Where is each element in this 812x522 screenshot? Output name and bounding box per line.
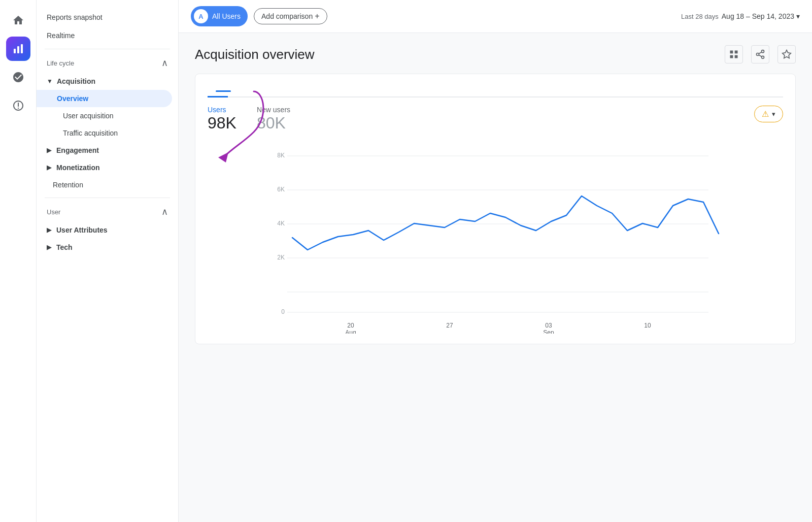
svg-text:03: 03 bbox=[545, 322, 552, 329]
user-attributes-label: User Attributes bbox=[56, 226, 108, 234]
svg-point-7 bbox=[762, 50, 764, 53]
chart-tab-bar bbox=[208, 84, 783, 97]
title-actions bbox=[725, 45, 796, 63]
sidebar-item-realtime[interactable]: Realtime bbox=[37, 26, 178, 45]
user-section-label: User bbox=[47, 208, 60, 216]
svg-rect-2 bbox=[21, 44, 23, 53]
annotate-icon[interactable] bbox=[777, 45, 796, 63]
sidebar-divider-1 bbox=[45, 49, 170, 49]
sidebar-item-tech[interactable]: ▶ Tech bbox=[37, 239, 172, 256]
svg-line-10 bbox=[759, 55, 762, 56]
engagement-label: Engagement bbox=[56, 146, 99, 154]
sidebar-item-user-acquisition[interactable]: User acquisition bbox=[37, 107, 172, 124]
sidebar-divider-2 bbox=[45, 198, 170, 198]
topbar-right: Last 28 days Aug 18 – Sep 14, 2023 ▾ bbox=[681, 12, 800, 20]
date-range[interactable]: Aug 18 – Sep 14, 2023 ▾ bbox=[722, 12, 800, 20]
share-icon[interactable] bbox=[751, 45, 769, 63]
last-period-label: Last 28 days bbox=[681, 13, 719, 20]
sidebar-item-retention[interactable]: Retention bbox=[37, 176, 172, 193]
chart-type-icon[interactable] bbox=[725, 45, 743, 63]
new-users-metric-value: 80K bbox=[257, 114, 290, 133]
all-users-label: All Users bbox=[212, 12, 241, 20]
acquisition-arrow: ▼ bbox=[47, 78, 53, 85]
warning-chevron: ▾ bbox=[772, 110, 775, 118]
traffic-acquisition-label: Traffic acquisition bbox=[63, 129, 118, 137]
svg-point-8 bbox=[757, 53, 759, 56]
svg-rect-1 bbox=[17, 46, 19, 53]
tech-label: Tech bbox=[56, 243, 73, 251]
chart-svg-container: 8K 6K 4K 2K 0 20 Aug 27 03 Sep 10 bbox=[208, 141, 783, 336]
sidebar-item-reports-snapshot[interactable]: Reports snapshot bbox=[37, 8, 178, 26]
insights-nav-icon[interactable] bbox=[6, 65, 30, 89]
lifecycle-section-header: Life cycle ∧ bbox=[37, 53, 178, 73]
svg-rect-5 bbox=[730, 55, 733, 58]
chart-metrics: Users 98K New users 80K ⚠ ▾ bbox=[208, 106, 783, 133]
lifecycle-chevron[interactable]: ∧ bbox=[161, 57, 168, 69]
sidebar-item-overview[interactable]: Overview bbox=[37, 90, 172, 107]
sidebar-item-acquisition[interactable]: ▼ Acquisition bbox=[37, 73, 172, 90]
svg-text:27: 27 bbox=[446, 322, 453, 329]
users-metric-value: 98K bbox=[208, 114, 236, 133]
monetization-arrow: ▶ bbox=[47, 164, 51, 171]
svg-text:20: 20 bbox=[347, 322, 354, 329]
svg-text:10: 10 bbox=[644, 322, 651, 329]
page-title-row: Acquisition overview bbox=[195, 45, 796, 63]
monetization-label: Monetization bbox=[56, 164, 100, 172]
svg-rect-0 bbox=[14, 49, 16, 53]
svg-text:Aug: Aug bbox=[345, 329, 356, 334]
chart-tab-line[interactable] bbox=[208, 84, 228, 97]
user-chevron[interactable]: ∧ bbox=[161, 206, 168, 217]
page-title: Acquisition overview bbox=[195, 47, 315, 62]
svg-text:0: 0 bbox=[281, 308, 285, 315]
line-chart: 8K 6K 4K 2K 0 20 Aug 27 03 Sep 10 bbox=[208, 141, 783, 334]
user-acquisition-label: User acquisition bbox=[63, 112, 114, 120]
lifecycle-section-label: Life cycle bbox=[47, 59, 74, 67]
sidebar-item-monetization[interactable]: ▶ Monetization bbox=[37, 159, 172, 176]
advertising-nav-icon[interactable] bbox=[6, 93, 30, 118]
sidebar-item-traffic-acquisition[interactable]: Traffic acquisition bbox=[37, 124, 172, 142]
topbar: A All Users Add comparison + Last 28 day… bbox=[179, 0, 812, 33]
svg-line-11 bbox=[759, 52, 762, 53]
acquisition-label: Acquisition bbox=[57, 77, 95, 85]
svg-text:Sep: Sep bbox=[543, 329, 554, 334]
users-metric-label: Users bbox=[208, 106, 236, 114]
svg-text:8K: 8K bbox=[277, 152, 285, 159]
user-section-header: User ∧ bbox=[37, 202, 178, 221]
svg-text:6K: 6K bbox=[277, 186, 285, 193]
chart-card: Users 98K New users 80K ⚠ ▾ bbox=[195, 74, 796, 344]
user-attributes-arrow: ▶ bbox=[47, 226, 51, 234]
svg-rect-6 bbox=[735, 55, 738, 58]
tech-arrow: ▶ bbox=[47, 244, 51, 251]
engagement-arrow: ▶ bbox=[47, 147, 51, 154]
svg-point-9 bbox=[762, 56, 764, 58]
users-metric[interactable]: Users 98K bbox=[208, 106, 236, 133]
analytics-nav-icon[interactable] bbox=[6, 37, 30, 61]
all-users-chip[interactable]: A All Users bbox=[191, 6, 248, 26]
sidebar-item-user-attributes[interactable]: ▶ User Attributes bbox=[37, 221, 172, 239]
add-comparison-button[interactable]: Add comparison + bbox=[254, 8, 327, 24]
icon-rail bbox=[0, 0, 37, 522]
reports-snapshot-label: Reports snapshot bbox=[47, 13, 103, 21]
warning-triangle-icon: ⚠ bbox=[762, 109, 769, 119]
topbar-left: A All Users Add comparison + bbox=[191, 6, 327, 26]
sidebar-item-engagement[interactable]: ▶ Engagement bbox=[37, 142, 172, 159]
sidebar: Reports snapshot Realtime Life cycle ∧ ▼… bbox=[37, 0, 179, 522]
svg-text:2K: 2K bbox=[277, 254, 285, 261]
content-area: Acquisition overview bbox=[179, 33, 812, 522]
retention-label: Retention bbox=[53, 181, 83, 189]
all-users-avatar: A bbox=[194, 9, 208, 23]
svg-rect-4 bbox=[735, 51, 738, 54]
overview-label: Overview bbox=[57, 94, 88, 103]
new-users-metric-label: New users bbox=[257, 106, 290, 114]
svg-text:4K: 4K bbox=[277, 220, 285, 227]
warning-chip[interactable]: ⚠ ▾ bbox=[754, 106, 783, 122]
new-users-metric[interactable]: New users 80K bbox=[257, 106, 290, 133]
main-area: A All Users Add comparison + Last 28 day… bbox=[179, 0, 812, 522]
home-nav-icon[interactable] bbox=[6, 8, 30, 32]
svg-rect-3 bbox=[730, 51, 733, 54]
realtime-label: Realtime bbox=[47, 31, 75, 40]
